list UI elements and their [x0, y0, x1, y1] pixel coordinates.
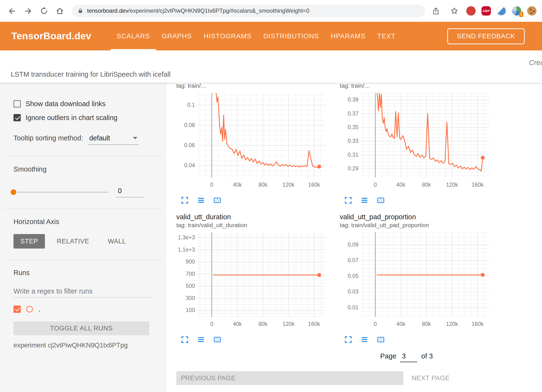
axis-option-relative[interactable]: RELATIVE	[50, 234, 96, 249]
svg-text:40k: 40k	[233, 182, 242, 188]
chart-row-top: tag: train/…0.040.060.080.1040k80k120k16…	[176, 83, 542, 205]
show-download-row: Show data download links	[13, 100, 152, 108]
chart-row-bottom: valid_utt_durationtag: train/valid_utt_d…	[176, 212, 542, 344]
chart-tag: tag: train/…	[176, 83, 334, 90]
runs-label: Runs	[13, 269, 152, 277]
page-number-input[interactable]	[400, 352, 417, 362]
pagination: Page of 3	[380, 352, 542, 362]
url-path: /experiment/cj2vtPiwQHKN9Q1tx6PTpg/#scal…	[128, 8, 310, 14]
runs-selector-icon[interactable]	[360, 196, 369, 205]
svg-text:500: 500	[186, 283, 195, 289]
blue-extension-icon[interactable]	[497, 6, 506, 16]
experiment-id-label: experiment cj2vtPiwQHKN9Q1tx6PTpg	[13, 341, 152, 349]
svg-text:900: 900	[186, 259, 195, 265]
tooltip-sorting-row: Tooltip sorting method: default	[13, 134, 152, 145]
toggle-all-runs-button[interactable]: TOGGLE ALL RUNS	[13, 322, 149, 335]
axis-option-step[interactable]: STEP	[13, 234, 45, 249]
chart-actions	[176, 196, 334, 205]
svg-text:40k: 40k	[396, 182, 405, 188]
svg-text:0.07: 0.07	[348, 257, 358, 264]
app-title: TensorBoard.dev	[12, 31, 92, 42]
fit-domain-icon[interactable]	[376, 196, 385, 205]
tab-text[interactable]: TEXT	[371, 22, 402, 51]
ignore-outliers-checkbox[interactable]	[13, 114, 21, 121]
chart-plot[interactable]: 0.040.060.080.1040k80k120k160k	[176, 91, 334, 192]
expand-icon[interactable]	[344, 335, 352, 344]
send-feedback-button[interactable]: SEND FEEDBACK	[447, 28, 525, 44]
svg-text:300: 300	[186, 295, 195, 301]
tab-hparams[interactable]: HPARAMS	[325, 22, 371, 51]
adblock-extension-icon[interactable]	[466, 6, 476, 16]
svg-text:700: 700	[186, 271, 195, 277]
tab-graphs[interactable]: GRAPHS	[156, 22, 198, 51]
show-download-checkbox[interactable]	[13, 100, 21, 107]
browser-window: tensorboard.dev/experiment/cj2vtPiwQHKN9…	[0, 0, 542, 392]
slider-thumb[interactable]	[11, 190, 16, 195]
expand-icon[interactable]	[344, 196, 352, 205]
cookie-extension-icon[interactable]	[527, 6, 536, 16]
refresh-icon[interactable]	[38, 5, 50, 17]
runs-list: .	[13, 305, 152, 313]
chart-tag: tag: train/…	[340, 83, 497, 90]
axis-option-wall[interactable]: WALL	[101, 234, 133, 249]
back-icon[interactable]	[6, 5, 18, 17]
svg-text:0: 0	[374, 182, 377, 188]
share-icon[interactable]	[430, 5, 442, 17]
show-download-label: Show data download links	[26, 100, 106, 108]
run-color-swatch	[26, 306, 33, 312]
expand-icon[interactable]	[180, 335, 189, 344]
chart-actions	[340, 335, 497, 344]
url-domain: tensorboard.dev	[87, 8, 128, 14]
runs-selector-icon[interactable]	[197, 196, 205, 205]
run-row: .	[13, 305, 152, 313]
chart-card: tag: train/…0.290.310.330.350.370.39040k…	[340, 83, 497, 205]
app-header: TensorBoard.dev SCALARSGRAPHSHISTOGRAMSD…	[0, 22, 542, 51]
pie-extension-icon[interactable]: 1	[512, 6, 521, 16]
tooltip-sorting-label: Tooltip sorting method:	[13, 134, 83, 142]
home-icon[interactable]	[54, 5, 66, 17]
runs-filter-input[interactable]	[13, 285, 151, 298]
star-icon[interactable]	[448, 5, 461, 17]
truncated-created-text: Crea	[529, 59, 542, 67]
chart-plot[interactable]: 0.290.310.330.350.370.39040k80k120k160k	[340, 91, 497, 192]
smoothing-label: Smoothing	[13, 165, 152, 173]
fit-domain-icon[interactable]	[213, 196, 222, 205]
pager-buttons: PREVIOUS PAGE NEXT PAGE	[176, 371, 542, 385]
run-checkbox[interactable]	[13, 306, 21, 313]
chart-plot[interactable]: 0.010.030.050.070.09040k80k120k160k	[340, 230, 497, 331]
fit-domain-icon[interactable]	[213, 335, 222, 344]
previous-page-button[interactable]: PREVIOUS PAGE	[176, 371, 404, 385]
extension-badge: 1	[519, 12, 523, 17]
svg-text:0.35: 0.35	[348, 124, 358, 130]
smoothing-slider[interactable]	[13, 192, 108, 193]
fit-domain-icon[interactable]	[376, 335, 385, 344]
smoothing-value[interactable]: 0	[116, 187, 144, 197]
lock-icon	[77, 8, 83, 14]
horizontal-axis-buttons: STEPRELATIVEWALL	[13, 234, 152, 249]
nav-tabs: SCALARSGRAPHSHISTOGRAMSDISTRIBUTIONSHPAR…	[111, 22, 401, 51]
svg-text:0.29: 0.29	[348, 165, 358, 172]
tab-distributions[interactable]: DISTRIBUTIONS	[257, 22, 325, 51]
svg-text:120k: 120k	[283, 182, 295, 188]
chart-actions	[340, 196, 497, 205]
svg-text:160k: 160k	[308, 321, 320, 327]
page-label: Page	[380, 352, 396, 360]
chart-card: tag: train/…0.040.060.080.1040k80k120k16…	[176, 83, 334, 205]
svg-text:0.08: 0.08	[184, 122, 195, 128]
address-bar[interactable]: tensorboard.dev/experiment/cj2vtPiwQHKN9…	[72, 5, 425, 17]
forward-icon[interactable]	[22, 5, 34, 17]
expand-icon[interactable]	[180, 196, 189, 205]
tooltip-sorting-select[interactable]: default	[88, 134, 139, 145]
tab-scalars[interactable]: SCALARS	[111, 22, 156, 51]
svg-text:0.37: 0.37	[348, 110, 358, 117]
next-page-button[interactable]: NEXT PAGE	[412, 374, 450, 382]
svg-text:80k: 80k	[422, 321, 431, 327]
chart-plot[interactable]: 1003005007009001.1e+31.3e+3040k80k120k16…	[176, 230, 334, 331]
abp-extension-icon[interactable]: ABP	[482, 6, 491, 16]
chart-tag: tag: train/valid_utt_pad_proportion	[340, 221, 497, 230]
runs-selector-icon[interactable]	[360, 335, 369, 344]
svg-text:80k: 80k	[259, 182, 268, 188]
svg-text:100: 100	[186, 307, 195, 313]
runs-selector-icon[interactable]	[197, 335, 205, 344]
tab-histograms[interactable]: HISTOGRAMS	[198, 22, 257, 51]
